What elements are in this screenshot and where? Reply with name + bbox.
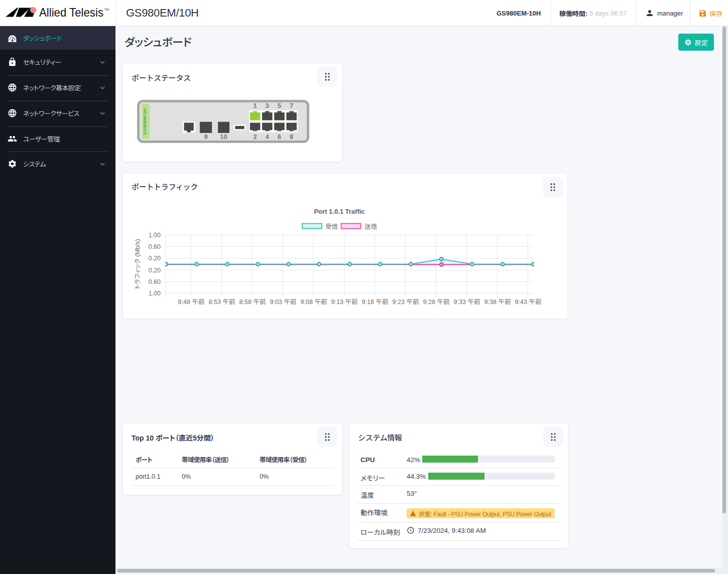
svg-text:9:28 午前: 9:28 午前: [423, 299, 450, 306]
svg-text:9:23 午前: 9:23 午前: [393, 299, 419, 306]
svg-text:受信: 受信: [325, 223, 338, 230]
svg-text:0.20: 0.20: [149, 267, 161, 274]
svg-text:9: 9: [204, 133, 207, 140]
svg-text:1.00: 1.00: [149, 232, 161, 239]
svg-text:4: 4: [266, 133, 270, 140]
svg-text:8:53 午前: 8:53 午前: [209, 299, 235, 306]
svg-text:8:58 午前: 8:58 午前: [239, 299, 266, 306]
svg-text:Allied Telesis: Allied Telesis: [39, 7, 103, 19]
svg-text:9:08 午前: 9:08 午前: [301, 299, 327, 306]
svg-text:9:18 午前: 9:18 午前: [362, 299, 389, 306]
svg-text:2: 2: [253, 133, 257, 140]
svg-text:6: 6: [278, 133, 281, 140]
svg-text:トラフィック (Mb/s): トラフィック (Mb/s): [134, 239, 141, 289]
svg-text:8: 8: [290, 133, 293, 140]
svg-text:9:38 午前: 9:38 午前: [484, 299, 511, 306]
svg-text:0.20: 0.20: [149, 255, 161, 262]
svg-text:1.00: 1.00: [149, 290, 161, 297]
svg-text:8:48 午前: 8:48 午前: [178, 299, 205, 306]
svg-text:Port 1.0.1 Traffic: Port 1.0.1 Traffic: [314, 208, 365, 215]
svg-text:3: 3: [266, 102, 269, 109]
svg-text:9:13 午前: 9:13 午前: [331, 299, 358, 306]
svg-text:5: 5: [278, 102, 281, 109]
svg-text:0.60: 0.60: [149, 243, 161, 250]
svg-text:9:43 午前: 9:43 午前: [515, 299, 542, 306]
svg-text:GS980EM/10H: GS980EM/10H: [143, 108, 147, 134]
svg-text:9:33 午前: 9:33 午前: [454, 299, 480, 306]
svg-text:9:03 午前: 9:03 午前: [270, 299, 297, 306]
svg-text:送信: 送信: [365, 223, 378, 230]
svg-text:10: 10: [220, 133, 227, 140]
svg-text:1: 1: [253, 102, 257, 109]
svg-text:7: 7: [290, 102, 293, 109]
svg-text:TM: TM: [104, 8, 109, 11]
svg-text:0.60: 0.60: [149, 278, 161, 285]
